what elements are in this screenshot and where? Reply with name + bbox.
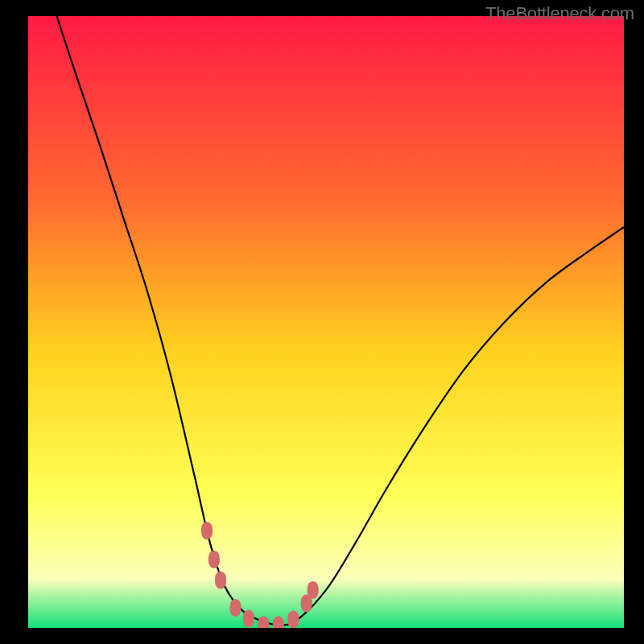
- curve-layer: [28, 16, 624, 628]
- chart-frame: TheBottleneck.com: [0, 0, 644, 644]
- marker-point: [273, 616, 284, 628]
- highlight-markers: [201, 522, 319, 628]
- marker-point: [215, 572, 226, 589]
- marker-point: [208, 551, 220, 568]
- marker-point: [308, 581, 319, 599]
- bottleneck-curve: [57, 16, 624, 625]
- marker-point: [287, 610, 299, 628]
- marker-point: [201, 522, 213, 539]
- marker-point: [243, 610, 254, 628]
- plot-area: [28, 16, 624, 628]
- watermark-text: TheBottleneck.com: [485, 3, 634, 24]
- marker-point: [258, 616, 269, 628]
- marker-point: [230, 599, 242, 617]
